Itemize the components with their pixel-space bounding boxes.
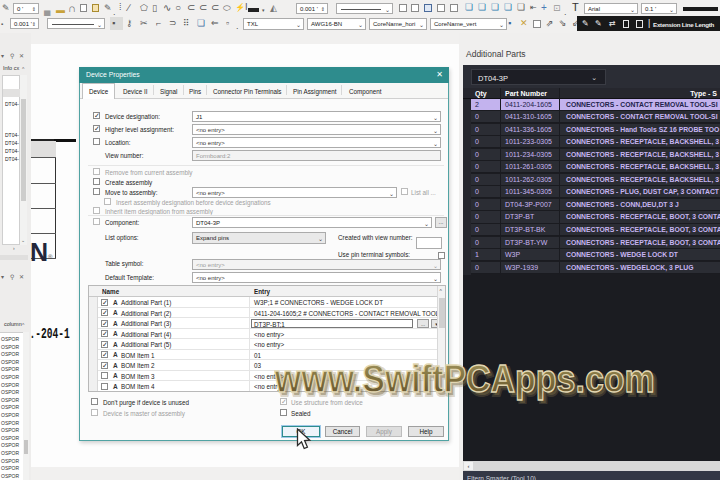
svg-text:www.SwiftPCApps.com: www.SwiftPCApps.com: [274, 357, 655, 401]
